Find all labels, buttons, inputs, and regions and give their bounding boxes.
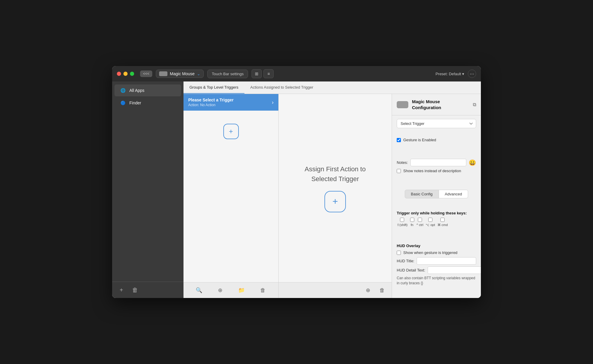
more-button[interactable]: ··· bbox=[468, 70, 476, 78]
add-trigger-button[interactable]: + bbox=[223, 124, 239, 139]
search-button[interactable]: 🔍 bbox=[194, 285, 204, 295]
config-hud-section: HUD Overlay Show when gesture is trigger… bbox=[392, 238, 481, 291]
advanced-button[interactable]: Advanced bbox=[439, 190, 468, 198]
basic-config-button[interactable]: Basic Config bbox=[405, 190, 439, 198]
fn-checkbox[interactable] bbox=[410, 218, 414, 222]
sidebar-add-button[interactable]: + bbox=[117, 285, 126, 294]
opt-modifier: ⌥ opt bbox=[426, 218, 435, 227]
notes-row: Notes: 😀 bbox=[397, 159, 476, 166]
add-action-plus-icon: + bbox=[332, 196, 338, 207]
sidebar-item-all-apps[interactable]: 🌐 All Apps bbox=[114, 84, 181, 96]
minimize-button[interactable] bbox=[123, 72, 128, 76]
tab-actions[interactable]: Actions Assigned to Selected Trigger bbox=[244, 81, 319, 94]
back-button[interactable]: <<< bbox=[140, 70, 152, 77]
sidebar-items: 🌐 All Apps 🔵 Finder bbox=[112, 81, 183, 282]
all-apps-label: All Apps bbox=[129, 88, 145, 93]
gesture-enabled-row: Gesture is Enabled bbox=[397, 138, 476, 142]
view-buttons: ⊞ ≡ bbox=[252, 69, 274, 78]
config-device-icon bbox=[397, 101, 408, 108]
hud-title-label: HUD Title: bbox=[397, 259, 414, 263]
assign-action-text: Assign First Action toSelected Trigger bbox=[305, 164, 365, 184]
close-button[interactable] bbox=[117, 72, 121, 76]
trigger-chevron-icon: › bbox=[272, 99, 274, 106]
tabs-header: Groups & Top Level Triggers Actions Assi… bbox=[183, 81, 481, 94]
cmd-checkbox[interactable] bbox=[440, 218, 445, 222]
config-tab-group: Basic Config Advanced bbox=[397, 190, 476, 198]
trigger-keys-title: Trigger only while holding these keys: bbox=[397, 211, 476, 215]
list-view-button[interactable]: ≡ bbox=[263, 69, 274, 78]
grid-view-button[interactable]: ⊞ bbox=[252, 69, 262, 78]
config-window-button[interactable]: ⧉ bbox=[473, 102, 476, 107]
emoji-button[interactable]: 😀 bbox=[469, 159, 476, 166]
sidebar-item-finder[interactable]: 🔵 Finder bbox=[114, 97, 181, 109]
cmd-modifier: ⌘ cmd bbox=[437, 218, 448, 227]
traffic-lights bbox=[117, 72, 134, 76]
main-content: 🌐 All Apps 🔵 Finder + 🗑 Groups & Top Lev… bbox=[112, 81, 481, 298]
hud-detail-row: HUD Detail Text: bbox=[397, 266, 476, 274]
finder-label: Finder bbox=[129, 101, 141, 105]
config-repeat-section: Repeat assigned action while fingers bbox=[392, 295, 481, 298]
plus-icon: + bbox=[229, 127, 233, 136]
add-action-button[interactable]: + bbox=[324, 191, 346, 212]
opt-label: ⌥ opt bbox=[426, 223, 435, 227]
panels: Please Select a Trigger Action: No Actio… bbox=[183, 94, 481, 298]
notes-label: Notes: bbox=[397, 160, 408, 165]
right-panel-wrapper: Assign First Action toSelected Trigger +… bbox=[279, 94, 392, 298]
fn-label: fn bbox=[411, 223, 413, 227]
left-panel-footer: 🔍 ⊕ 📁 🗑 bbox=[183, 282, 278, 298]
device-chevron-icon: ⌄ bbox=[197, 71, 200, 76]
hud-detail-input[interactable] bbox=[428, 266, 481, 274]
show-when-triggered-row: Show when gesture is triggered bbox=[397, 250, 476, 255]
delete-item-button[interactable]: 🗑 bbox=[258, 285, 268, 295]
config-header: Magic Mouse Configuration ⧉ bbox=[392, 94, 481, 115]
show-notes-label: Show notes instead of description bbox=[403, 169, 461, 173]
ctrl-label: ^ ctrl bbox=[417, 223, 423, 227]
sidebar-footer: + 🗑 bbox=[112, 282, 183, 298]
sidebar: 🌐 All Apps 🔵 Finder + 🗑 bbox=[112, 81, 183, 298]
key-modifiers: ⇧(shift) fn ^ ctrl bbox=[397, 218, 476, 227]
main-window: <<< Magic Mouse ⌄ Touch Bar settings ⊞ ≡… bbox=[112, 66, 481, 298]
add-action-footer-button[interactable]: ⊕ bbox=[363, 285, 373, 295]
sidebar-trash-button[interactable]: 🗑 bbox=[131, 285, 139, 294]
hud-detail-label: HUD Detail Text: bbox=[397, 268, 425, 272]
trigger-item[interactable]: Please Select a Trigger Action: No Actio… bbox=[183, 94, 278, 111]
config-title: Magic Mouse Configuration bbox=[412, 99, 469, 110]
show-notes-checkbox[interactable] bbox=[397, 169, 401, 173]
left-panel: Please Select a Trigger Action: No Actio… bbox=[183, 94, 279, 298]
right-panel-footer: ⊕ 🗑 bbox=[279, 282, 392, 298]
notes-input[interactable] bbox=[410, 159, 466, 166]
folder-button[interactable]: 📁 bbox=[237, 285, 246, 295]
show-when-triggered-checkbox[interactable] bbox=[397, 251, 401, 255]
config-notes-section: Notes: 😀 Show notes instead of descripti… bbox=[392, 153, 481, 179]
config-keys-section: Trigger only while holding these keys: ⇧… bbox=[392, 204, 481, 233]
hud-title-input[interactable] bbox=[417, 257, 476, 265]
right-panel: Assign First Action toSelected Trigger + bbox=[279, 94, 392, 282]
show-notes-row: Show notes instead of description bbox=[397, 169, 476, 173]
gesture-enabled-checkbox[interactable] bbox=[397, 138, 401, 142]
maximize-button[interactable] bbox=[130, 72, 134, 76]
hud-title-row: HUD Title: bbox=[397, 257, 476, 265]
shift-checkbox[interactable] bbox=[400, 218, 404, 222]
trigger-select[interactable]: Select Trigger bbox=[397, 119, 476, 128]
tab-groups[interactable]: Groups & Top Level Triggers bbox=[183, 81, 244, 94]
config-tabs-section: Basic Config Advanced bbox=[392, 184, 481, 204]
ctrl-modifier: ^ ctrl bbox=[417, 218, 423, 227]
trigger-subtitle: Action: No Action bbox=[188, 103, 234, 107]
delete-action-button[interactable]: 🗑 bbox=[377, 285, 387, 295]
device-selector[interactable]: Magic Mouse ⌄ bbox=[156, 70, 204, 78]
opt-checkbox[interactable] bbox=[428, 218, 432, 222]
show-when-triggered-label: Show when gesture is triggered bbox=[403, 250, 457, 255]
device-icon bbox=[159, 71, 167, 76]
middle-section: Groups & Top Level Triggers Actions Assi… bbox=[183, 81, 481, 298]
hud-overlay-title: HUD Overlay bbox=[397, 244, 476, 248]
add-item-button[interactable]: ⊕ bbox=[216, 285, 225, 295]
finder-icon: 🔵 bbox=[119, 99, 126, 106]
cmd-label: ⌘ cmd bbox=[437, 223, 448, 227]
touch-bar-settings-button[interactable]: Touch Bar settings bbox=[207, 70, 248, 78]
device-name-label: Magic Mouse bbox=[170, 71, 194, 76]
shift-label: ⇧(shift) bbox=[397, 223, 408, 227]
ctrl-checkbox[interactable] bbox=[418, 218, 422, 222]
config-gesture-section: Gesture is Enabled bbox=[392, 132, 481, 148]
preset-button[interactable]: Preset: Default ▾ bbox=[435, 72, 464, 76]
hud-note-text: Can also contain BTT scripting variables… bbox=[397, 276, 476, 286]
